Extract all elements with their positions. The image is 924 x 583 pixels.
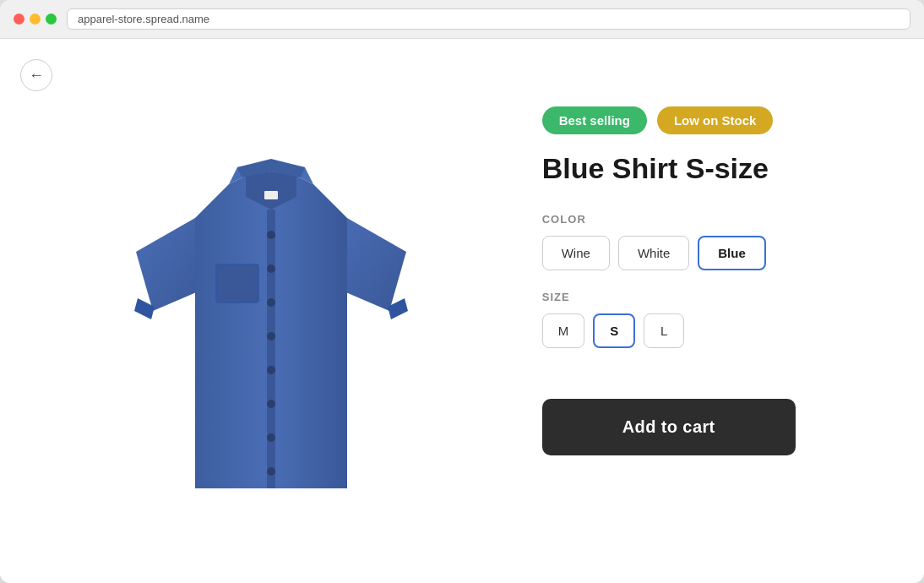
svg-point-6 [267,400,275,408]
color-option-blue[interactable]: Blue [698,236,766,270]
product-details: Best selling Low on Stock Blue Shirt S-s… [508,39,924,583]
color-label: COLOR [542,213,873,226]
svg-point-5 [267,366,275,374]
svg-rect-0 [267,210,275,488]
product-title: Blue Shirt S-size [542,151,873,186]
size-label: SIZE [542,291,873,303]
maximize-dot[interactable] [46,14,57,25]
product-image [111,91,432,531]
close-dot[interactable] [14,14,24,25]
low-on-stock-badge: Low on Stock [657,106,774,134]
page-content: ← [0,39,924,583]
address-bar[interactable]: apparel-store.spread.name [67,8,910,30]
svg-point-2 [267,264,275,273]
svg-point-4 [267,332,275,341]
svg-rect-9 [216,264,258,302]
product-image-area [0,39,508,583]
svg-point-7 [267,433,275,442]
size-option-m[interactable]: M [542,313,585,348]
badges: Best selling Low on Stock [542,106,873,134]
svg-point-8 [267,467,275,476]
size-option-s[interactable]: S [593,313,635,348]
browser-chrome: apparel-store.spread.name [0,0,924,39]
svg-point-3 [267,298,275,307]
traffic-lights [14,14,57,25]
best-selling-badge: Best selling [542,106,647,134]
browser-window: apparel-store.spread.name ← [0,0,924,583]
color-option-white[interactable]: White [618,236,689,270]
color-options: Wine White Blue [542,236,873,270]
color-section: COLOR Wine White Blue [542,213,873,270]
add-to-cart-button[interactable]: Add to cart [542,399,796,455]
size-section: SIZE M S L [542,291,873,348]
back-button[interactable]: ← [20,59,52,91]
size-options: M S L [542,313,873,348]
svg-rect-10 [264,191,278,199]
color-option-wine[interactable]: Wine [542,236,610,270]
svg-point-1 [267,231,275,239]
size-option-l[interactable]: L [644,313,684,348]
minimize-dot[interactable] [30,14,41,25]
